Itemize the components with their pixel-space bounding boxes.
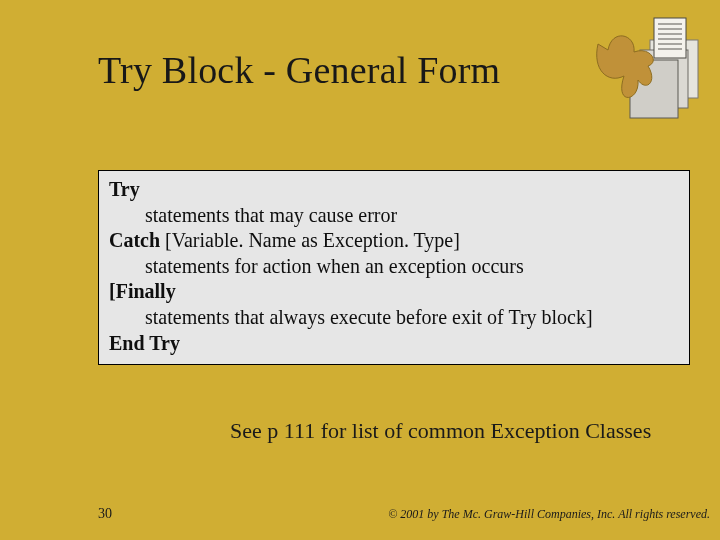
keyword-end-try: End Try	[109, 332, 180, 354]
code-line: Catch [Variable. Name as Exception. Type…	[109, 228, 679, 254]
code-line: [Finally	[109, 279, 679, 305]
code-line: statements for action when an exception …	[109, 254, 679, 280]
slide-title: Try Block - General Form	[98, 48, 500, 92]
keyword-try: Try	[109, 178, 140, 200]
code-line: End Try	[109, 331, 679, 357]
slide-body: Try Block - General Form Try statements …	[40, 0, 720, 540]
keyword-catch: Catch	[109, 229, 160, 251]
code-line: Try	[109, 177, 679, 203]
corner-illustration	[590, 10, 710, 130]
footnote-text: See p 111 for list of common Exception C…	[230, 418, 651, 444]
code-line: statements that may cause error	[109, 203, 679, 229]
sidebar-stripe	[0, 0, 40, 540]
keyword-finally: [Finally	[109, 280, 176, 302]
code-text: statements that always execute before ex…	[145, 306, 593, 328]
code-text: [Variable. Name as Exception. Type]	[160, 229, 460, 251]
code-line: statements that always execute before ex…	[109, 305, 679, 331]
code-text: statements for action when an exception …	[145, 255, 524, 277]
copyright-text: © 2001 by The Mc. Graw-Hill Companies, I…	[388, 507, 710, 522]
code-box: Try statements that may cause error Catc…	[98, 170, 690, 365]
page-number: 30	[98, 506, 112, 522]
slide: Try Block - General Form Try statements …	[0, 0, 720, 540]
code-text: statements that may cause error	[145, 204, 397, 226]
